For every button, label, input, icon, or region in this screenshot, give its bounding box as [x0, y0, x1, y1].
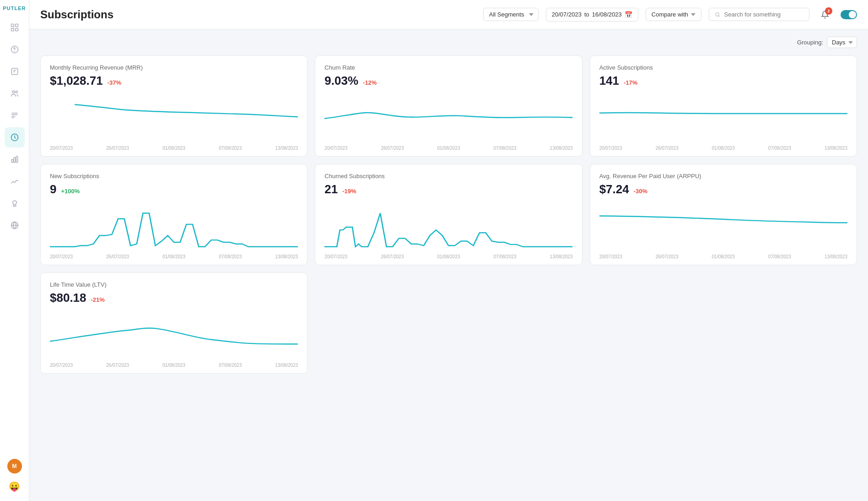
card-new-subs: New Subscriptions 9 +100% 20/07/202326/0…: [40, 164, 307, 265]
avatar-m[interactable]: M: [7, 459, 22, 474]
card-mrr: Monthly Recurring Revenue (MRR) $1,028.7…: [40, 55, 307, 157]
svg-rect-11: [16, 156, 17, 162]
notification-button[interactable]: 2: [817, 6, 833, 23]
card-arppu-value: $7.24: [599, 182, 629, 196]
chevron-down-icon: [691, 13, 695, 16]
card-churned-subs-value: 21: [324, 182, 338, 196]
card-churn: Churn Rate 9.03% -12% 20/07/202326/07/20…: [315, 55, 582, 157]
chart-mrr-xlabels: 20/07/202326/07/202301/08/202307/08/2023…: [50, 146, 298, 151]
chart-churned-subs-xlabels: 20/07/202326/07/202301/08/202307/08/2023…: [324, 254, 572, 259]
sidebar-item-insights[interactable]: [5, 193, 25, 213]
search-icon: [715, 11, 721, 18]
chart-churn: [324, 93, 572, 144]
content-area: Grouping: Days Monthly Recurring Revenue…: [29, 29, 868, 501]
app-logo: PUTLER: [3, 5, 26, 11]
chart-churned-subs: [324, 202, 572, 252]
page-title: Subscriptions: [40, 8, 113, 21]
card-mrr-title: Monthly Recurring Revenue (MRR): [50, 64, 298, 71]
sidebar-item-reports[interactable]: [5, 105, 25, 125]
search-box: [709, 8, 809, 21]
chart-new-subs-xlabels: 20/07/202326/07/202301/08/202307/08/2023…: [50, 254, 298, 259]
svg-rect-10: [14, 158, 15, 163]
card-arppu-title: Avg. Revenue Per Paid User (ARPPU): [599, 173, 847, 180]
svg-rect-1: [15, 24, 18, 27]
notification-badge: 2: [825, 7, 832, 15]
metrics-grid: Monthly Recurring Revenue (MRR) $1,028.7…: [40, 55, 857, 374]
chart-arppu-xlabels: 20/07/202326/07/202301/08/202307/08/2023…: [599, 254, 847, 259]
svg-rect-5: [11, 68, 17, 74]
card-churn-change: -12%: [363, 79, 377, 86]
svg-point-7: [16, 91, 17, 93]
card-ltv-value: $80.18: [50, 291, 86, 305]
date-to: 16/08/2023: [592, 11, 622, 18]
card-mrr-change: -37%: [108, 79, 121, 86]
sidebar-item-customers[interactable]: [5, 83, 25, 103]
sidebar-item-dashboard[interactable]: [5, 17, 25, 38]
chart-new-subs: [50, 202, 298, 252]
card-churned-subs: Churned Subscriptions 21 -19% 20/07/2023…: [315, 164, 582, 265]
sidebar-item-analytics[interactable]: [5, 149, 25, 169]
sidebar-item-subscriptions[interactable]: [5, 127, 25, 147]
card-arppu: Avg. Revenue Per Paid User (ARPPU) $7.24…: [590, 164, 857, 265]
chart-ltv: [50, 310, 298, 361]
sidebar-item-revenue[interactable]: [5, 39, 25, 60]
segment-select[interactable]: All Segments: [483, 8, 539, 21]
sidebar-item-trends[interactable]: [5, 171, 25, 191]
chart-active-subs: [599, 93, 847, 144]
card-active-subs-title: Active Subscriptions: [599, 64, 847, 71]
card-new-subs-value: 9: [50, 182, 56, 196]
card-arppu-change: -30%: [634, 188, 647, 195]
card-churn-title: Churn Rate: [324, 64, 572, 71]
card-churned-subs-title: Churned Subscriptions: [324, 173, 572, 180]
svg-point-6: [12, 91, 15, 93]
date-from: 20/07/2023: [552, 11, 582, 18]
card-ltv: Life Time Value (LTV) $80.18 -21% 20/07/…: [40, 272, 307, 374]
card-ltv-title: Life Time Value (LTV): [50, 281, 298, 288]
svg-rect-9: [11, 159, 13, 163]
search-input[interactable]: [724, 11, 803, 18]
chart-active-subs-xlabels: 20/07/202326/07/202301/08/202307/08/2023…: [599, 146, 847, 151]
avatar-emoji[interactable]: 😛: [7, 479, 22, 494]
card-new-subs-title: New Subscriptions: [50, 173, 298, 180]
svg-point-12: [12, 201, 16, 204]
svg-rect-3: [15, 28, 18, 31]
header: Subscriptions All Segments 20/07/2023 to…: [29, 0, 868, 29]
theme-toggle[interactable]: [841, 10, 857, 19]
card-mrr-value: $1,028.71: [50, 74, 103, 88]
sidebar-item-orders[interactable]: [5, 61, 25, 82]
compare-with-button[interactable]: Compare with: [646, 8, 701, 21]
calendar-icon: 📅: [625, 11, 632, 18]
date-range-picker[interactable]: 20/07/2023 to 16/08/2023 📅: [546, 8, 638, 22]
grouping-select[interactable]: Days: [827, 37, 857, 48]
card-active-subs-change: -17%: [624, 79, 637, 86]
chart-churn-xlabels: 20/07/202326/07/202301/08/202307/08/2023…: [324, 146, 572, 151]
grouping-bar: Grouping: Days: [40, 37, 857, 48]
card-churn-value: 9.03%: [324, 74, 358, 88]
card-ltv-change: -21%: [91, 296, 105, 303]
card-churned-subs-change: -19%: [342, 188, 356, 195]
svg-rect-0: [11, 24, 14, 27]
svg-rect-2: [11, 28, 14, 31]
main-content: Subscriptions All Segments 20/07/2023 to…: [29, 0, 868, 501]
chart-ltv-xlabels: 20/07/202326/07/202301/08/202307/08/2023…: [50, 363, 298, 368]
chart-arppu: [599, 202, 847, 252]
card-active-subs: Active Subscriptions 141 -17% 20/07/2023…: [590, 55, 857, 157]
chart-mrr: [50, 93, 298, 144]
compare-label: Compare with: [652, 11, 688, 18]
sidebar-item-global[interactable]: [5, 215, 25, 235]
card-active-subs-value: 141: [599, 74, 619, 88]
card-new-subs-change: +100%: [61, 188, 80, 195]
grouping-label: Grouping:: [797, 39, 823, 46]
svg-point-14: [716, 12, 719, 16]
sidebar: PUTLER M 😛: [0, 0, 29, 501]
